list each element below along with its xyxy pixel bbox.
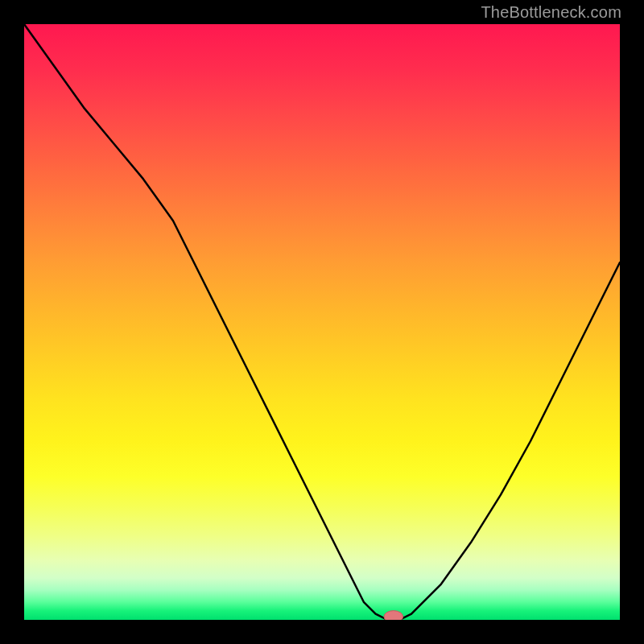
minimum-marker	[384, 611, 403, 620]
curve-line	[24, 24, 620, 620]
chart-frame: TheBottleneck.com	[0, 0, 644, 644]
plot-area	[24, 24, 620, 620]
chart-svg	[24, 24, 620, 620]
watermark-text: TheBottleneck.com	[481, 3, 621, 22]
